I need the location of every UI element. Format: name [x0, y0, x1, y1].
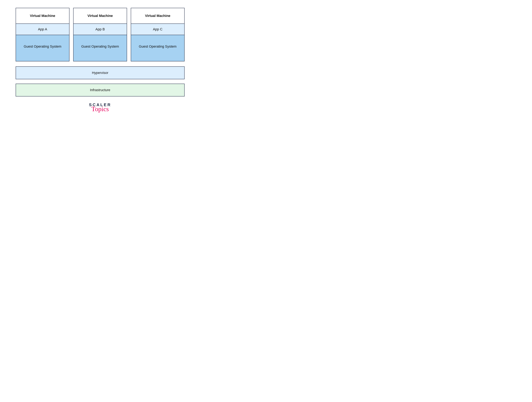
vm-guest-os: Guest Operating System	[16, 35, 69, 61]
vm-guest-os: Guest Operating System	[74, 35, 127, 61]
vm-title: Virtual Machine	[74, 8, 127, 24]
vm-app: App C	[131, 24, 184, 35]
vm-guest-os: Guest Operating System	[131, 35, 184, 61]
scaler-topics-logo: SCALER Topics	[16, 103, 184, 112]
vm-title: Virtual Machine	[131, 8, 184, 24]
hypervisor-layer: Hypervisor	[16, 66, 184, 79]
vm-column-2: Virtual Machine App B Guest Operating Sy…	[73, 8, 127, 61]
vm-title: Virtual Machine	[16, 8, 69, 24]
infrastructure-layer: Infrastructure	[16, 84, 184, 97]
vm-column-1: Virtual Machine App A Guest Operating Sy…	[16, 8, 70, 61]
logo-line2: Topics	[16, 106, 184, 112]
vm-app: App B	[74, 24, 127, 35]
vm-column-3: Virtual Machine App C Guest Operating Sy…	[131, 8, 184, 61]
vm-row: Virtual Machine App A Guest Operating Sy…	[16, 8, 184, 61]
vm-app: App A	[16, 24, 69, 35]
